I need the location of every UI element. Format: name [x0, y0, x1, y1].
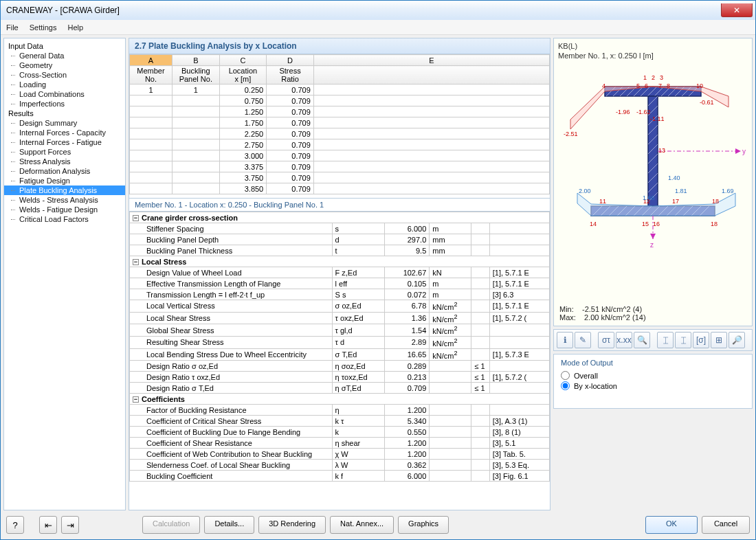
tree-item[interactable]: Cross-Section	[4, 70, 125, 80]
detail-row[interactable]: Design Ratio σ oz,Edη σoz,Ed0.289≤ 1	[130, 361, 550, 372]
close-button[interactable]: ✕	[721, 3, 753, 17]
nat-annex-button[interactable]: Nat. Annex...	[330, 516, 394, 534]
view-tool-button[interactable]: x.xx	[616, 332, 632, 348]
detail-row[interactable]: Coefficient of Critical Shear Stressk τ5…	[130, 416, 550, 427]
detail-row[interactable]: Local Vertical Stressσ oz,Ed6.78kN/cm2[1…	[130, 300, 550, 313]
results-table[interactable]: ABCDE MemberNo.BucklingPanel No.Location…	[129, 54, 551, 199]
tree-item[interactable]: Geometry	[4, 60, 125, 70]
detail-row[interactable]: Design Ratio σ T,Edη σT,Ed0.709≤ 1	[130, 383, 550, 394]
detail-row[interactable]: Buckling Coefficientk f6.000[3] Fig. 6.1	[130, 471, 550, 482]
graphics-button[interactable]: Graphics	[398, 516, 449, 534]
table-row[interactable]: 3.7500.709	[130, 172, 550, 183]
tree-item[interactable]: Welds - Stress Analysis	[4, 195, 125, 205]
svg-text:6: 6	[645, 82, 648, 89]
prev-tab-button[interactable]: ⇤	[39, 516, 57, 534]
view-tool-button[interactable]: ⌶	[657, 332, 674, 348]
menu-help[interactable]: Help	[67, 23, 83, 32]
view-tool-button[interactable]: ⌶	[675, 332, 691, 348]
svg-marker-47	[650, 234, 656, 239]
tree-item[interactable]: Load Combinations	[4, 89, 125, 99]
next-tab-button[interactable]: ⇥	[61, 516, 79, 534]
max-value: 2.00 kN/cm^2 (14)	[584, 313, 646, 322]
svg-text:1.40: 1.40	[668, 175, 680, 181]
detail-row[interactable]: Buckling Panel Thicknesst9.5mm	[130, 245, 550, 256]
svg-text:14: 14	[590, 221, 597, 227]
view-tool-button[interactable]: ℹ	[557, 332, 573, 348]
table-row[interactable]: 110.2500.709	[130, 85, 550, 95]
detail-row[interactable]: Coefficient of Shear Resistanceη shear1.…	[130, 438, 550, 449]
calculation-button[interactable]: Calculation	[142, 516, 200, 534]
tree-group-results[interactable]: Results	[4, 109, 125, 118]
view-tool-button[interactable]: 🔍	[634, 332, 650, 348]
table-row[interactable]: 2.2500.709	[130, 128, 550, 139]
view-tool-button[interactable]: ✎	[575, 332, 591, 348]
menu-settings[interactable]: Settings	[30, 23, 57, 32]
svg-text:1: 1	[643, 74, 647, 81]
tree-item[interactable]: Imperfections	[4, 99, 125, 109]
detail-table[interactable]: −Crane girder cross-sectionStiffener Spa…	[129, 212, 551, 510]
tree-item[interactable]: Design Summary	[4, 118, 125, 128]
detail-row[interactable]: Design Ratio τ oxz,Edη τoxz,Ed0.213≤ 1[1…	[130, 372, 550, 383]
tree-item[interactable]: Plate Buckling Analysis	[4, 185, 125, 195]
detail-row[interactable]: Buckling Panel Depthd297.0mm	[130, 234, 550, 245]
detail-row[interactable]: Effective Transmission Length of Flangel…	[130, 278, 550, 289]
view-tool-button[interactable]: [σ]	[693, 332, 709, 348]
view-tool-button[interactable]: ⊞	[711, 332, 727, 348]
detail-row[interactable]: Coefficient of Buckling Due to Flange Be…	[130, 427, 550, 438]
view-tool-button[interactable]: 🔎	[729, 332, 745, 348]
detail-row[interactable]: Coefficient of Web Contribution to Shear…	[130, 449, 550, 460]
svg-text:1.81: 1.81	[675, 188, 687, 194]
svg-text:2.00: 2.00	[579, 188, 591, 194]
tree-item[interactable]: Stress Analysis	[4, 157, 125, 166]
table-row[interactable]: 3.3750.709	[130, 161, 550, 172]
table-row[interactable]: 3.8500.709	[130, 183, 550, 194]
detail-row[interactable]: Local Bending Stress Due to Wheel Eccent…	[130, 348, 550, 361]
title-bar: CRANEWAY - [CRAWA Girder] ✕	[1, 1, 755, 20]
diagram-label: KB(L)	[558, 41, 748, 51]
detail-row[interactable]: Transmission Length = l eff-2·t f_upS s0…	[130, 289, 550, 300]
tree-item[interactable]: Internal Forces - Fatigue	[4, 137, 125, 147]
tree-item[interactable]: General Data	[4, 51, 125, 60]
table-row[interactable]: 2.7500.709	[130, 139, 550, 150]
svg-text:7: 7	[658, 82, 662, 89]
detail-row[interactable]: Factor of Buckling Resistanceη1.200	[130, 405, 550, 416]
detail-row[interactable]: Resulting Shear Stressτ d2.89kN/cm2	[130, 336, 550, 348]
table-row[interactable]: 3.0000.709	[130, 150, 550, 161]
svg-text:15: 15	[642, 221, 649, 227]
tree-item[interactable]: Loading	[4, 80, 125, 89]
svg-text:z: z	[650, 241, 654, 249]
tree-item[interactable]: Deformation Analysis	[4, 166, 125, 176]
svg-text:-1.62: -1.62	[636, 109, 651, 115]
window-title: CRANEWAY - [CRAWA Girder]	[6, 5, 120, 15]
menu-file[interactable]: File	[6, 23, 19, 32]
detail-row[interactable]: Stiffener Spacings6.000m	[130, 223, 550, 234]
detail-row[interactable]: Global Shear Stressτ gl,d1.54kN/cm2	[130, 324, 550, 337]
tree-item[interactable]: Critical Load Factors	[4, 214, 125, 224]
tree-item[interactable]: Internal Forces - Capacity	[4, 128, 125, 137]
svg-text:4: 4	[602, 82, 605, 89]
detail-row[interactable]: Design Value of Wheel LoadF z,Ed102.67kN…	[130, 267, 550, 278]
detail-row[interactable]: Slenderness Coef. of Local Shear Bucklin…	[130, 460, 550, 471]
cancel-button[interactable]: Cancel	[702, 516, 750, 534]
mode-option-by-x[interactable]: By x-location	[561, 381, 745, 390]
svg-marker-44	[735, 148, 741, 154]
tree-item[interactable]: Welds - Fatigue Design	[4, 205, 125, 214]
detail-row[interactable]: Local Shear Stressτ oxz,Ed1.36kN/cm2[1],…	[130, 312, 550, 324]
help-button[interactable]: ?	[6, 516, 24, 534]
tree-item[interactable]: Fatigue Design	[4, 176, 125, 185]
rendering-button[interactable]: 3D Rendering	[258, 516, 326, 534]
table-row[interactable]: 1.7500.709	[130, 117, 550, 128]
table-row[interactable]: 1.2500.709	[130, 106, 550, 117]
view-tool-button[interactable]: στ	[598, 332, 614, 348]
nav-tree: Input DataGeneral DataGeometryCross-Sect…	[3, 38, 126, 510]
table-row[interactable]: 0.7500.709	[130, 95, 550, 106]
diagram-viewport[interactable]: KB(L) Member No. 1, x: 0.250 l [m]	[553, 38, 753, 326]
svg-text:17: 17	[672, 198, 679, 205]
details-button[interactable]: Details...	[204, 516, 254, 534]
tree-item[interactable]: Support Forces	[4, 147, 125, 157]
tree-group-input[interactable]: Input Data	[4, 41, 125, 51]
mode-option-overall[interactable]: Overall	[561, 371, 745, 380]
svg-text:13: 13	[658, 147, 665, 154]
ok-button[interactable]: OK	[645, 516, 698, 534]
svg-text:y: y	[742, 148, 746, 155]
